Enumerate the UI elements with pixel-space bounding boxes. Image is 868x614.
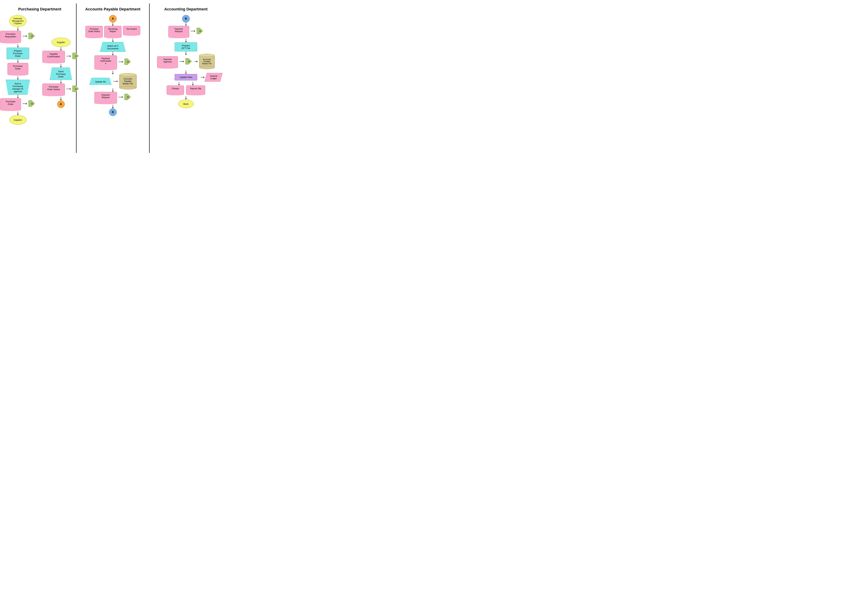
general-ledger: General Ledger xyxy=(205,73,222,82)
po-notice-ap-label: Purchase Order Notice xyxy=(88,28,100,33)
papp-d-shape: D xyxy=(185,58,192,65)
purchase-order-2: Purchase Order xyxy=(0,98,21,109)
cheque-deposit-row xyxy=(178,82,194,85)
requisition-label: Purcahse Requisition xyxy=(5,33,16,38)
supplier-label: Supplier xyxy=(14,119,22,121)
papp-d-arrow xyxy=(179,61,184,62)
pon-d-arrow xyxy=(66,88,71,90)
cheque-label: Cheque xyxy=(172,87,179,90)
payment-approval: Payment Approval xyxy=(157,56,178,67)
pr-d-shape: D xyxy=(124,94,132,100)
department-purchasing: Purchasing Department Invenotry Manageme… xyxy=(3,3,76,153)
bank-label: Bank xyxy=(183,103,189,105)
three-docs-row: Purchase Order Notice Receiving Report T… xyxy=(85,26,140,36)
purchasing-left-col: Invenotry Managemen t System Purcahse Re… xyxy=(0,15,36,125)
ap-master-ap: Accounts Payable Master File xyxy=(119,75,136,88)
prepare-eft: Prepare EFT File xyxy=(175,42,197,51)
update-file-label: Update file xyxy=(95,81,106,83)
circle-a-purch-label: A xyxy=(60,103,62,106)
accounting-title: Accounting Department xyxy=(152,7,220,11)
papp-right-arrow xyxy=(194,61,198,62)
po-notice-purch: Purchase Order Notice xyxy=(42,84,65,94)
supplier-confirmation: Supplier Confirmation xyxy=(42,51,65,62)
circle-a-ap: A xyxy=(109,15,117,23)
prepare-po-label: Prepare Purchase Order xyxy=(13,50,23,58)
receiving-report: Receiving Report xyxy=(104,26,121,36)
po-notice-label: Purchase Order Notice xyxy=(47,85,60,91)
pa-d-shape: D xyxy=(124,59,132,65)
pa-d-arrow xyxy=(118,61,123,63)
supplier-confirm-label: Supplier Confirmation xyxy=(47,53,60,58)
cheque: Cheque xyxy=(167,85,184,93)
po2-d-shape: D xyxy=(28,100,36,107)
pra-d-shape: D xyxy=(197,28,204,34)
deposit-slip: Deposit Slip xyxy=(186,85,205,93)
update-file: Update file xyxy=(89,78,112,85)
bank-oval: Bank xyxy=(178,99,194,108)
circle-b-ap-label: B xyxy=(112,110,114,114)
purchasing-title: Purchasing Department xyxy=(6,7,73,11)
circle-a-ap-label: A xyxy=(112,17,114,20)
payment-approval-label: Payment Approval xyxy=(163,58,172,63)
po2-label: Purchase Order xyxy=(6,100,16,106)
pra-d-arrow xyxy=(191,30,195,32)
send-po: Send Purchase Order xyxy=(50,68,72,80)
general-ledger-label: General Ledger xyxy=(207,75,220,80)
receiving-report-label: Receiving Report xyxy=(108,28,118,33)
deposit-slip-label: Deposit Slip xyxy=(190,87,201,90)
general-ledger-connector: General Ledger xyxy=(201,73,221,82)
tax-invoice: Tax Invoice xyxy=(123,26,140,34)
uf-arrow xyxy=(113,81,118,82)
send-po-label: Send Purchase Order xyxy=(56,70,66,78)
payment-request-ap-label: Payment Request xyxy=(102,94,110,99)
req-d-arrow xyxy=(22,35,27,37)
match-docs: Match all 3 Documents xyxy=(100,42,126,52)
ims-label: Invenotry Managemen t System xyxy=(12,17,23,25)
prepare-eft-label: Prepare EFT File xyxy=(182,44,190,50)
supplier-oval-r: Supplier xyxy=(51,37,70,47)
ap-master-acct-label: Accounts Payable Master File xyxy=(202,58,212,65)
sent-to-purchasing: Sent to Purchasing manager for approval xyxy=(6,80,30,95)
prepare-po: Prepare Purchase Order xyxy=(6,48,29,59)
po-notice-ap: Purchase Order Notice xyxy=(85,26,103,36)
department-ap: Accounts Payable Department A Purchase O… xyxy=(77,3,149,153)
pr-d-arrow xyxy=(118,96,123,98)
purchasing-right-col: Supplier Supplier Confirmation D xyxy=(42,15,79,125)
req-d-shape: D xyxy=(28,33,36,39)
circle-b-acct-label: B xyxy=(185,17,187,20)
update-files-label: Update Files xyxy=(180,76,192,79)
payment-auth-label: Payment Authorisatio n xyxy=(100,58,111,65)
ap-master-acct: Accounts Payable Master File xyxy=(199,55,215,68)
ims-shape: Invenotry Managemen t System xyxy=(9,15,26,27)
circle-a-purch: A xyxy=(57,100,65,108)
supplier-r-label: Supplier xyxy=(57,41,65,44)
circle-b-ap: B xyxy=(109,108,117,116)
purchase-requisition: Purcahse Requisition xyxy=(0,31,21,42)
cheque-deposit-docs: Cheque Deposit Slip xyxy=(167,85,205,93)
update-files: Update Files General Ledger xyxy=(175,74,197,81)
circle-b-acct: B xyxy=(182,15,190,23)
po2-d-arrow xyxy=(22,103,27,104)
payment-request-acct: Payment Request xyxy=(168,26,189,36)
match-docs-label: Match all 3 Documents xyxy=(107,45,119,50)
payment-request-acct-label: Payment Request xyxy=(175,28,183,33)
payment-auth: Payment Authorisatio n xyxy=(95,55,117,68)
supplier-oval: Supplier xyxy=(9,115,26,125)
ap-title: Accounts Payable Department xyxy=(79,7,147,11)
po-label: Purchase Order xyxy=(13,65,23,70)
diagram-container: Purchasing Department Invenotry Manageme… xyxy=(3,3,222,153)
sc-d-arrow xyxy=(66,55,71,57)
payment-request-ap: Payment Request xyxy=(95,92,117,102)
ap-master-ap-label: Accounts Payable Master File xyxy=(123,78,133,85)
sent-to-label: Sent to Purchasing manager for approval xyxy=(12,82,23,93)
tax-invoice-label: Tax Invoice xyxy=(126,28,137,30)
purchase-order-1: Purchase Order xyxy=(8,63,28,74)
department-accounting: Accounting Department B Payment Request … xyxy=(150,3,222,153)
